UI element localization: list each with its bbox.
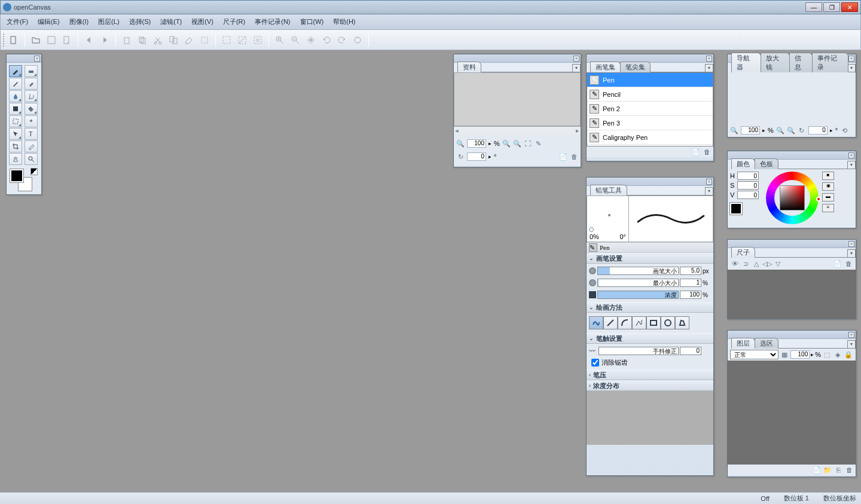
ruler-snap-icon[interactable]: ⊃ — [741, 259, 750, 268]
brush-close-icon[interactable]: × — [706, 56, 712, 62]
nav-zoomout-icon[interactable]: 🔍 — [787, 126, 795, 135]
brush-preset-icon[interactable]: ✎ — [589, 243, 597, 252]
density-input[interactable]: 100 — [680, 291, 701, 299]
menu-window[interactable]: 窗口(W) — [295, 16, 329, 28]
paste-button[interactable] — [135, 33, 149, 47]
nav-close-icon[interactable]: × — [848, 56, 854, 62]
layer-clip-icon[interactable]: ⬚ — [822, 350, 832, 359]
nav-rotate-icon[interactable]: ↻ — [798, 126, 806, 135]
blur-tool[interactable] — [9, 90, 22, 102]
minimize-button[interactable]: — — [805, 2, 822, 12]
shake-input[interactable]: 0 — [680, 347, 701, 355]
info-close-icon[interactable]: × — [573, 56, 579, 62]
section-stroke-settings[interactable]: ⌄笔触设置 — [587, 333, 713, 344]
zoom-in-icon[interactable]: 🔍 — [456, 139, 465, 148]
zoom-in-button[interactable] — [273, 33, 287, 47]
eraser-tool[interactable] — [25, 65, 38, 77]
nav-zoom-value[interactable]: 100 — [741, 126, 760, 135]
section-brush-settings[interactable]: ⌄画笔设置 — [587, 253, 713, 264]
menu-filter[interactable]: 滤镜(T) — [155, 16, 187, 28]
layer-opacity-input[interactable]: 100 — [790, 350, 810, 359]
copy-button[interactable] — [120, 33, 134, 47]
zoom-in2-icon[interactable]: 🔍 — [502, 139, 511, 148]
toolbox-close-icon[interactable]: × — [34, 56, 40, 62]
angle-arrow-icon[interactable]: ▸ — [488, 154, 491, 160]
brush-size-slider[interactable]: 画笔大小 — [597, 267, 679, 275]
layer-menu-icon[interactable]: ▾ — [847, 340, 856, 349]
angle-value[interactable]: 0 — [467, 152, 486, 161]
min-size-slider[interactable]: 最小大小 — [597, 279, 679, 287]
fill-tool[interactable] — [25, 103, 38, 115]
reset-rot-button[interactable] — [350, 33, 365, 47]
density-slider[interactable]: 浓度 — [597, 291, 679, 299]
brush-item-pen[interactable]: ✎Pen — [587, 73, 713, 87]
shape-tool[interactable] — [9, 103, 22, 115]
color-mode2-icon[interactable]: ◉ — [822, 182, 834, 191]
shake-slider[interactable]: 手抖修正 — [599, 347, 679, 355]
tab-layers[interactable]: 图层 — [731, 338, 755, 349]
swap-colors-icon[interactable] — [30, 168, 38, 175]
menu-select[interactable]: 选择(S) — [124, 16, 156, 28]
export-button[interactable] — [60, 33, 74, 47]
transform-button[interactable] — [197, 33, 212, 47]
maximize-button[interactable]: ❐ — [823, 2, 840, 12]
pencil-menu-icon[interactable]: ▾ — [705, 187, 713, 196]
next-button[interactable] — [97, 33, 112, 47]
pencil-close-icon[interactable]: × — [706, 179, 712, 185]
brush-new-icon[interactable]: 📄 — [692, 148, 700, 156]
menu-event[interactable]: 事件记录(N) — [250, 16, 295, 28]
current-color[interactable] — [730, 203, 742, 215]
layer-new-icon[interactable]: 📄 — [813, 466, 821, 474]
tab-tipset[interactable]: 笔尖集 — [620, 62, 651, 72]
ruler-trash-icon[interactable]: 🗑 — [844, 259, 853, 268]
ruler-flipv-icon[interactable]: ▽ — [773, 259, 783, 268]
zoom-out-icon[interactable]: 🔍 — [513, 139, 521, 148]
color-close-icon[interactable]: × — [848, 152, 854, 158]
zoom-arrow-icon[interactable]: ▸ — [488, 140, 491, 146]
text-tool[interactable]: T — [25, 128, 38, 140]
ruler-line-icon[interactable]: △ — [752, 259, 761, 268]
v-input[interactable] — [737, 191, 759, 199]
info-menu-icon[interactable]: ▾ — [572, 64, 581, 72]
layer-trash-icon[interactable]: 🗑 — [845, 466, 853, 474]
move-tool[interactable] — [9, 128, 22, 140]
dup-button[interactable] — [166, 33, 181, 47]
draw-freehand-button[interactable] — [589, 316, 603, 329]
menu-view[interactable]: 视图(V) — [187, 16, 218, 28]
tab-info2[interactable]: 信息 — [789, 53, 813, 72]
antialias-checkbox[interactable] — [591, 359, 599, 366]
layer-close-icon[interactable]: × — [848, 332, 854, 338]
fit-icon[interactable]: ⛶ — [524, 139, 532, 148]
ruler-menu-icon[interactable]: ▾ — [847, 249, 856, 258]
brush-trash-icon[interactable]: 🗑 — [703, 148, 711, 156]
invert-sel-button[interactable] — [251, 33, 265, 47]
brush-list[interactable]: ✎Pen ✎Pencil ✎Pen 2 ✎Pen 3 ✎Caligraphy P… — [587, 72, 713, 146]
rotate-icon[interactable]: ↻ — [456, 152, 465, 161]
menu-image[interactable]: 图像(I) — [65, 16, 93, 28]
layer-folder-icon[interactable]: 📁 — [823, 466, 832, 474]
new-doc-icon[interactable]: 📄 — [559, 152, 567, 161]
marquee-tool[interactable] — [9, 115, 22, 127]
menu-edit[interactable]: 编辑(E) — [33, 16, 65, 28]
draw-polyline-button[interactable] — [632, 316, 646, 329]
color-swatches[interactable] — [9, 168, 39, 192]
color-wheel[interactable] — [766, 172, 819, 224]
link-brushsize-icon[interactable] — [589, 267, 596, 274]
section-density-dist[interactable]: ›浓度分布 — [587, 380, 713, 391]
layer-mask-icon[interactable]: ◈ — [833, 350, 842, 359]
color-mode3-icon[interactable]: ▬ — [822, 193, 834, 201]
layer-dup-icon[interactable]: ⎘ — [834, 466, 842, 474]
link-minsize-icon[interactable] — [589, 279, 596, 286]
tab-ruler[interactable]: 尺子 — [731, 247, 755, 258]
close-button[interactable]: ✕ — [841, 2, 858, 12]
nav-zoomin-icon[interactable]: 🔍 — [776, 126, 784, 135]
prev-button[interactable] — [82, 33, 96, 47]
crop-tool[interactable] — [9, 140, 22, 152]
blend-mode-select[interactable]: 正常 — [730, 350, 778, 359]
tab-events[interactable]: 事件记录 — [812, 53, 848, 72]
foreground-color-swatch[interactable] — [10, 169, 23, 182]
tab-color[interactable]: 颜色 — [731, 158, 755, 169]
eyedrop-icon[interactable]: ✎ — [535, 139, 543, 148]
draw-circle-button[interactable] — [661, 316, 675, 329]
ruler-close-icon[interactable]: × — [848, 241, 854, 247]
